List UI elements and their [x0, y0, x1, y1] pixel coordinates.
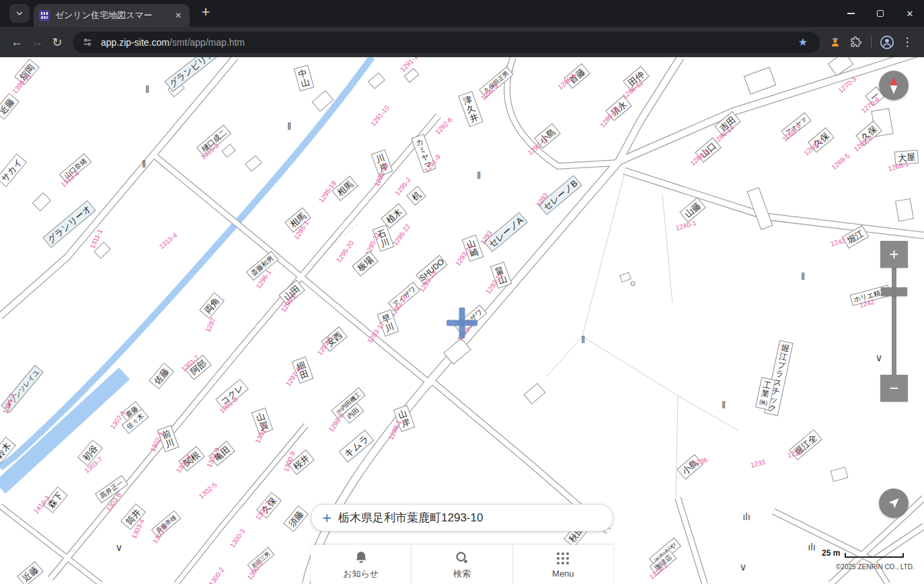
resident-name-label: 山藤 [680, 198, 705, 222]
lot-number-label: 1295-22 [391, 222, 412, 247]
resident-name-label: 近藤 [17, 562, 43, 584]
lot-number-label: 1297 [204, 316, 217, 333]
resident-name-label: 須藤 [284, 506, 308, 532]
url-text: app.zip-site.com/smt/app/map.htm [101, 37, 245, 48]
locate-button[interactable] [879, 488, 909, 518]
tab-title: ゼンリン住宅地図スマー [55, 9, 172, 22]
resident-name-label: 近藤 [0, 94, 19, 119]
address-search-bar[interactable]: + 栃木県足利市葉鹿町1293-10 [311, 504, 613, 532]
svg-text:1269-5: 1269-5 [831, 151, 851, 171]
svg-text:1242: 1242 [830, 237, 847, 248]
extension-user-icon[interactable] [825, 32, 845, 52]
zoom-slider-track[interactable] [892, 268, 896, 375]
zoom-slider-handle[interactable] [881, 287, 907, 296]
svg-text:1300-5: 1300-5 [246, 560, 264, 581]
svg-text:1313-4: 1313-4 [158, 231, 179, 250]
field-symbol: ‖ [801, 270, 805, 282]
building-outline [524, 384, 545, 404]
browser-tab[interactable]: ゼンリン住宅地図スマー ✕ [34, 4, 190, 27]
field-symbol: ∨ [876, 352, 883, 363]
svg-text:1295-20: 1295-20 [335, 239, 355, 264]
zenrin-favicon-icon [39, 10, 50, 21]
copyright-notice: ©2025 ZENRIN CO., LTD. [836, 563, 915, 571]
search-button[interactable]: 検索 [412, 545, 512, 584]
building-outline [245, 155, 262, 172]
browser-menu-icon[interactable]: ⋮ [897, 32, 917, 52]
svg-text:1291-10: 1291-10 [369, 104, 391, 128]
window-minimize-button[interactable] [842, 5, 859, 22]
svg-text:1233: 1233 [750, 458, 767, 469]
building-outline [222, 144, 235, 157]
browser-toolbar: ← → ↻ app.zip-site.com/smt/app/map.htm ★… [0, 27, 924, 57]
map-scale: 25 m [822, 548, 904, 558]
bell-icon [353, 550, 369, 566]
add-location-icon[interactable]: + [322, 510, 332, 526]
compass-button[interactable] [879, 71, 909, 100]
resident-name-label: 植木 [381, 204, 407, 228]
lot-number-label: 1302-5 [198, 480, 219, 500]
notice-button[interactable]: お知らせ [311, 545, 412, 584]
field-symbol: ∨ [740, 561, 747, 573]
compass-needle-icon [885, 75, 902, 96]
browser-window: ゼンリン住宅地図スマー ✕ + ✕ ← → ↻ app.zip-site.com… [0, 0, 924, 584]
building-outline [369, 73, 385, 89]
resident-name-label: 中山 [294, 65, 313, 91]
chevron-down-icon [15, 9, 24, 18]
resident-name-label: 両角 [200, 293, 224, 318]
window-close-button[interactable]: ✕ [901, 5, 919, 22]
bookmark-star-icon[interactable]: ★ [798, 36, 808, 48]
building-outline [744, 67, 775, 94]
resident-name-label: 机 [407, 186, 426, 205]
map-area: 舘岡1399-11近藤グランピリア中山1291-121291-10津久井久保田正… [0, 57, 924, 584]
field-symbol: ılı [742, 511, 750, 522]
field-symbol: ‖ [145, 83, 149, 95]
bottom-navigation: お知らせ 検索 Menu [311, 545, 613, 584]
navigation-arrow-icon [887, 497, 900, 510]
lot-number-label: 1313-4 [158, 231, 179, 250]
reload-button[interactable]: ↻ [47, 32, 67, 52]
window-maximize-button[interactable] [872, 5, 889, 22]
svg-text:セレーノA: セレーノA [487, 215, 525, 249]
svg-text:1303-5: 1303-5 [151, 523, 169, 545]
svg-text:1298-2: 1298-2 [328, 412, 346, 433]
tab-strip: ゼンリン住宅地図スマー ✕ + ✕ [0, 0, 924, 27]
svg-text:1297: 1297 [204, 316, 217, 333]
resident-name-label: サカイ [0, 154, 26, 186]
field-symbol: ılı [808, 541, 816, 552]
window-controls: ✕ [842, 0, 919, 27]
tab-close-icon[interactable]: ✕ [172, 9, 184, 22]
extensions-puzzle-icon[interactable] [845, 32, 865, 52]
building-name-label: グランリーオ [43, 200, 95, 248]
search-icon [454, 550, 470, 566]
lot-number-label: 1269-5 [831, 151, 851, 171]
grid-menu-icon [555, 550, 571, 567]
profile-avatar-icon[interactable] [877, 32, 897, 52]
lot-number-label: 1300-5 [246, 560, 264, 581]
building-outline [33, 193, 51, 211]
zoom-in-button[interactable]: + [880, 241, 908, 268]
resident-name-label: 佐藤 [149, 363, 174, 389]
svg-text:1300-2: 1300-2 [208, 566, 226, 584]
lot-number-label: 1268-1 [888, 160, 910, 173]
zoom-out-button[interactable]: − [880, 375, 908, 402]
tab-search-button[interactable] [9, 4, 30, 23]
field-symbol: ∨ [116, 542, 123, 553]
menu-button[interactable]: Menu [513, 545, 613, 584]
forward-button[interactable]: → [27, 32, 47, 52]
lot-number-label: 1300-3 [229, 527, 247, 549]
address-bar[interactable]: app.zip-site.com/smt/app/map.htm ★ [73, 32, 820, 53]
resident-name-label: 相馬 [332, 176, 358, 200]
resident-name-label: 板場 [352, 252, 378, 276]
site-settings-icon[interactable] [82, 37, 93, 48]
lot-number-label: 1233 [750, 458, 767, 469]
lot-number-label: 1298-2 [328, 412, 346, 433]
back-button[interactable]: ← [7, 32, 27, 52]
lot-number-label: 1303-5 [151, 523, 169, 545]
toolbar-divider [871, 36, 872, 48]
svg-text:1268-1: 1268-1 [888, 160, 910, 173]
lot-number-label: 1240-1 [675, 219, 697, 232]
lot-number-label: 1291-10 [369, 104, 391, 128]
search-address-value: 栃木県足利市葉鹿町1293-10 [338, 510, 483, 525]
new-tab-button[interactable]: + [196, 3, 215, 22]
svg-text:1300-3: 1300-3 [229, 527, 247, 549]
